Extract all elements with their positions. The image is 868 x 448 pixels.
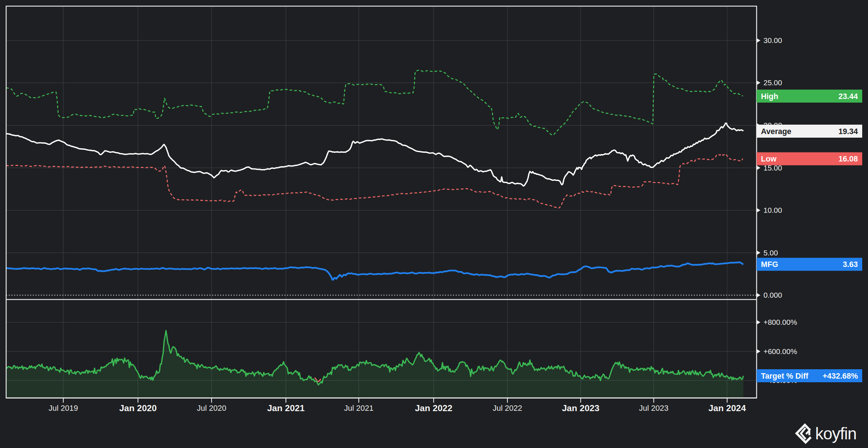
svg-text:5.00: 5.00 <box>763 249 778 257</box>
svg-text:koyfin: koyfin <box>815 424 856 443</box>
svg-text:Jul 2019: Jul 2019 <box>48 404 78 413</box>
svg-text:Jul 2020: Jul 2020 <box>197 404 226 413</box>
svg-text:Jul 2022: Jul 2022 <box>493 404 522 413</box>
svg-text:Jan 2024: Jan 2024 <box>709 403 746 413</box>
svg-text:23.44: 23.44 <box>838 92 858 101</box>
svg-text:Jan 2020: Jan 2020 <box>119 403 157 413</box>
svg-text:Jan 2022: Jan 2022 <box>415 403 452 413</box>
svg-text:+432.68%: +432.68% <box>823 372 858 380</box>
svg-text:+600.00%: +600.00% <box>763 347 797 356</box>
svg-text:Low: Low <box>761 155 776 163</box>
svg-text:30.00: 30.00 <box>763 36 782 44</box>
svg-text:Jan 2023: Jan 2023 <box>562 403 600 413</box>
svg-text:Target % Diff: Target % Diff <box>761 372 809 380</box>
svg-text:10.00: 10.00 <box>763 206 782 214</box>
svg-text:Average: Average <box>761 127 791 136</box>
svg-text:25.00: 25.00 <box>763 78 782 87</box>
svg-text:19.34: 19.34 <box>838 127 858 136</box>
svg-text:16.08: 16.08 <box>838 155 858 163</box>
svg-text:Jan 2021: Jan 2021 <box>267 403 305 413</box>
svg-text:High: High <box>761 92 778 101</box>
svg-text:+800.00%: +800.00% <box>763 318 797 326</box>
svg-text:0.000: 0.000 <box>763 291 782 299</box>
svg-text:Jul 2023: Jul 2023 <box>639 404 668 413</box>
svg-text:3.63: 3.63 <box>843 260 858 269</box>
svg-text:MFG: MFG <box>761 260 778 269</box>
svg-text:Jul 2021: Jul 2021 <box>344 404 373 413</box>
